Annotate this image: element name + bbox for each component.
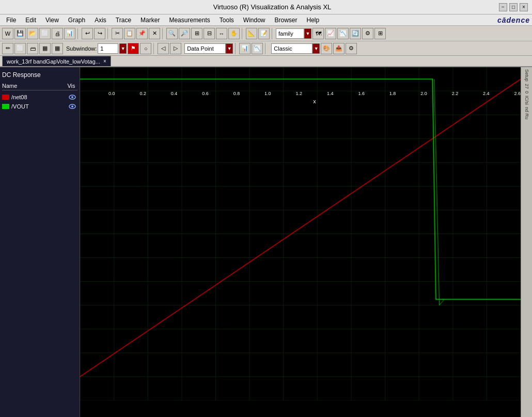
tb-zoom-area[interactable]: ⊟	[204, 28, 215, 39]
tab-main[interactable]: work_13rf bandGapVolte_lowVotag... ×	[2, 56, 111, 66]
x-axis-title: x	[313, 98, 316, 104]
tb-btn-3[interactable]: 📂	[27, 28, 38, 39]
x-tick-26: 2.6	[514, 91, 521, 96]
data-point-dropdown[interactable]: Data Point	[184, 43, 226, 54]
menu-axis[interactable]: Axis	[90, 16, 111, 25]
tb2-btn-2[interactable]: ⬜	[14, 43, 26, 54]
legend-eye-net08[interactable]	[67, 94, 77, 101]
tb-zoom-fit[interactable]: ⊞	[191, 28, 202, 39]
tb-undo[interactable]: ↩	[82, 28, 93, 39]
tb-btn-4[interactable]: ⬜	[39, 28, 51, 39]
window-controls: − □ ×	[499, 3, 528, 11]
tb-redo[interactable]: ↪	[94, 28, 105, 39]
menu-trace[interactable]: Trace	[112, 16, 135, 25]
sep-4	[242, 28, 244, 39]
menu-tools[interactable]: Tools	[215, 16, 238, 25]
menu-marker[interactable]: Marker	[136, 16, 164, 25]
close-button[interactable]: ×	[520, 3, 528, 11]
toolbar-2: ✏ ⬜ 🗃 ▦ ▦ Subwindow: 1 ▼ ⚑ ○ ◁ ▷ Data Po…	[0, 41, 532, 56]
legend-color-net08	[2, 95, 9, 100]
legend-panel: DC Response Name Vis /net08 /VOUT	[0, 67, 80, 417]
tb-btn-2[interactable]: 💾	[14, 28, 26, 39]
x-axis: 0.0 0.2 0.4 0.6 0.8 1.0 1.2 1.4 1.6 1.8 …	[108, 90, 521, 105]
x-tick-10: 1.0	[264, 91, 271, 96]
legend-header: Name Vis	[2, 83, 77, 90]
tb2-nav-right[interactable]: ▷	[170, 43, 181, 54]
tb-cut[interactable]: ✂	[112, 28, 123, 39]
tb-paste[interactable]: 📌	[136, 28, 148, 39]
x-tick-04: 0.4	[171, 91, 178, 96]
legend-vis-header: Vis	[65, 83, 77, 89]
tb2-theme[interactable]: 🎨	[321, 43, 332, 54]
tb2-flag[interactable]: ⚑	[128, 43, 139, 54]
right-label-icsi[interactable]: IC/si	[524, 96, 529, 105]
cadence-logo: cādence	[497, 16, 530, 24]
svg-point-3	[71, 105, 73, 107]
tb-zoom-out[interactable]: 🔎	[179, 28, 190, 39]
menu-measurements[interactable]: Measurements	[165, 16, 214, 25]
tb-grid[interactable]: ⊞	[374, 28, 386, 39]
menu-browser[interactable]: Browser	[271, 16, 302, 25]
legend-eye-vout[interactable]	[67, 103, 77, 110]
tb2-export[interactable]: 📤	[333, 43, 345, 54]
x-tick-14: 1.4	[327, 91, 334, 96]
minimize-button[interactable]: −	[499, 3, 507, 11]
x-tick-18: 1.8	[389, 91, 396, 96]
menu-bar: File Edit View Graph Axis Trace Marker M…	[0, 14, 532, 26]
tb2-chart-type[interactable]: 📊	[239, 43, 251, 54]
tb2-chart-type2[interactable]: 📉	[252, 43, 263, 54]
tb2-circle[interactable]: ○	[140, 43, 151, 54]
right-label-ndru[interactable]: nd Ru	[524, 107, 529, 119]
right-label-0[interactable]: 0	[524, 91, 529, 94]
tb-zoom-in[interactable]: 🔍	[166, 28, 178, 39]
tb-icon-c[interactable]: 📉	[337, 28, 349, 39]
tb-annotate[interactable]: 📝	[258, 28, 270, 39]
sep-5	[272, 28, 274, 39]
tab-strip: work_13rf bandGapVolte_lowVotag... ×	[0, 56, 532, 67]
tb-btn-print[interactable]: 🖨	[52, 28, 63, 39]
x-tick-00: 0.0	[108, 91, 115, 96]
plot-canvas	[80, 67, 521, 400]
tb-icon-e[interactable]: ⚙	[362, 28, 373, 39]
menu-edit[interactable]: Edit	[21, 16, 40, 25]
tb-btn-5[interactable]: 📊	[64, 28, 75, 39]
subwindow-input[interactable]: 1	[98, 43, 118, 54]
menu-file[interactable]: File	[2, 16, 20, 25]
sep-1	[77, 28, 80, 39]
tb2-btn-5[interactable]: ▦	[52, 43, 63, 54]
subwindow-arrow[interactable]: ▼	[119, 43, 127, 54]
tb-copy[interactable]: 📋	[124, 28, 135, 39]
tb2-btn-3[interactable]: 🗃	[27, 43, 38, 54]
tb2-settings[interactable]: ⚙	[346, 43, 357, 54]
family-dropdown-arrow[interactable]: ▼	[304, 28, 311, 39]
tb-zoom-x[interactable]: ↔	[216, 28, 227, 39]
tb-measure[interactable]: 📐	[246, 28, 257, 39]
family-dropdown[interactable]: family	[276, 28, 304, 39]
tb-icon-a[interactable]: 🗺	[312, 28, 324, 39]
x-tick-02: 0.2	[139, 91, 146, 96]
tb2-nav-left[interactable]: ◁	[158, 43, 169, 54]
classic-dropdown[interactable]: Classic	[271, 43, 312, 54]
menu-help[interactable]: Help	[303, 16, 324, 25]
tab-close[interactable]: ×	[103, 58, 106, 64]
tb-icon-d[interactable]: 🔄	[350, 28, 361, 39]
chart-title: DC Response	[2, 71, 41, 79]
classic-arrow[interactable]: ▼	[312, 43, 320, 54]
right-label-27[interactable]: 27	[524, 84, 529, 89]
legend-color-vout	[2, 104, 9, 109]
sep-3	[162, 28, 164, 39]
data-point-arrow[interactable]: ▼	[226, 43, 233, 54]
sep-t2b	[235, 43, 237, 54]
menu-view[interactable]: View	[41, 16, 63, 25]
tb-delete[interactable]: ✕	[149, 28, 160, 39]
menu-graph[interactable]: Graph	[64, 16, 89, 25]
toolbar-1: W 💾 📂 ⬜ 🖨 📊 ↩ ↪ ✂ 📋 📌 ✕ 🔍 🔎 ⊞ ⊟ ↔ ✋ 📐 📝 …	[0, 26, 532, 41]
maximize-button[interactable]: □	[509, 3, 518, 11]
tb-icon-b[interactable]: 📈	[325, 28, 336, 39]
menu-window[interactable]: Window	[239, 16, 270, 25]
tb-btn-1[interactable]: W	[2, 28, 13, 39]
tb2-btn-subwins[interactable]: ▦	[39, 43, 51, 54]
tb-pan[interactable]: ✋	[228, 28, 240, 39]
right-label-setup[interactable]: Setup	[524, 69, 529, 82]
tb2-btn-1[interactable]: ✏	[2, 43, 13, 54]
